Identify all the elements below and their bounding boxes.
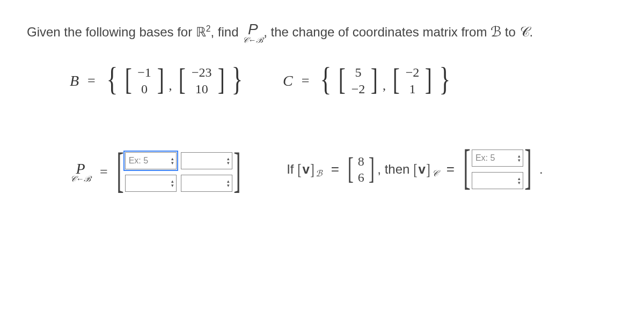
- change-of-basis-symbol: P𝒞←ℬ: [242, 22, 264, 44]
- p-symbol: P𝒞←ℬ: [70, 161, 91, 183]
- stepper-icon[interactable]: ▴▾: [518, 154, 521, 162]
- bases-definition: B = { [ −10 ] , [ −2310 ] } C = { [ 5−2 …: [70, 65, 617, 96]
- stepper-icon[interactable]: ▴▾: [171, 156, 174, 165]
- stepper-icon[interactable]: ▴▾: [227, 156, 230, 165]
- p-matrix-cell-0-1[interactable]: ▴▾: [181, 152, 232, 169]
- v-C-input-bracket: [ Ex: 5▴▾ ▴▾ ]: [463, 150, 532, 189]
- real-symbol: ℝ: [196, 25, 206, 39]
- p-matrix-cell-1-0[interactable]: ▴▾: [125, 175, 177, 192]
- p-matrix-cell-0-0[interactable]: Ex: 5▴▾: [125, 152, 177, 169]
- v-C-coord: [v]𝒞: [413, 160, 437, 178]
- p-matrix-bracket: [ Ex: 5▴▾ ▴▾ ▴▾ ▴▾ ]: [116, 152, 241, 192]
- vector-row: If [v]ℬ = [ 86 ] , then [v]𝒞 = [ Ex: 5▴▾…: [287, 150, 543, 189]
- basis-B-def: B = { [ −10 ] , [ −2310 ] }: [70, 65, 245, 96]
- basis-C-def: C = { [ 5−2 ] , [ −21 ] }: [283, 65, 453, 96]
- vc-cell-0[interactable]: Ex: 5▴▾: [472, 150, 523, 167]
- p-matrix-cell-1-1[interactable]: ▴▾: [181, 175, 232, 192]
- basis-B-symbol: ℬ: [491, 24, 501, 40]
- p-matrix-row: P𝒞←ℬ = [ Ex: 5▴▾ ▴▾ ▴▾ ▴▾ ]: [70, 152, 241, 192]
- v-B-coord: [v]ℬ: [297, 160, 322, 178]
- stepper-icon[interactable]: ▴▾: [171, 179, 174, 188]
- stepper-icon[interactable]: ▴▾: [518, 176, 521, 185]
- stepper-icon[interactable]: ▴▾: [227, 179, 230, 188]
- basis-C-symbol: 𝒞: [519, 24, 529, 40]
- v-B-vector: [ 86 ]: [348, 154, 374, 185]
- question-text: Given the following bases for ℝ2, find P…: [27, 21, 617, 44]
- vc-cell-1[interactable]: ▴▾: [472, 172, 523, 189]
